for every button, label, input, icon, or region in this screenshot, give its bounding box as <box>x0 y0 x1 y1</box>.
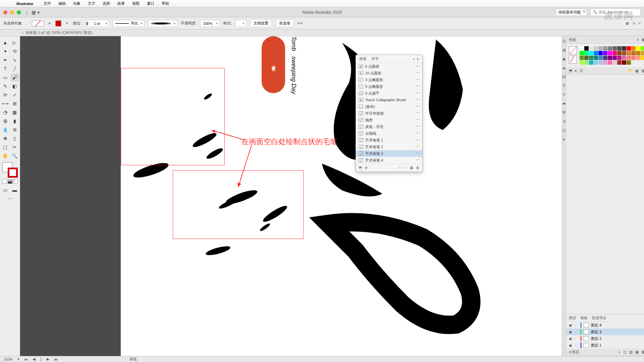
swatch[interactable] <box>598 46 603 51</box>
opacity-combo[interactable]: 100% <box>200 20 220 27</box>
expand-icon[interactable]: › <box>575 323 578 327</box>
screen-mode-normal[interactable]: ▭ <box>1 186 10 194</box>
curvature-tool[interactable]: ∿ <box>10 56 19 64</box>
menu-window[interactable]: 窗口 <box>144 0 157 7</box>
swatch[interactable] <box>627 56 631 60</box>
libraries-icon[interactable]: ▤ <box>562 48 566 52</box>
visibility-icon[interactable]: ◉ <box>568 343 573 348</box>
swatch[interactable] <box>636 56 640 60</box>
artboards-tab[interactable]: 画板 <box>580 315 588 320</box>
swatch[interactable] <box>580 46 584 51</box>
zoom-tool[interactable]: 🔍 <box>10 152 19 160</box>
none-swatch[interactable]: ╱ <box>569 56 577 64</box>
new-layer-icon[interactable]: ▦ <box>635 350 639 354</box>
swatch[interactable] <box>612 60 617 65</box>
brush-item[interactable]: ○5 点椭圆形〰 <box>356 83 422 90</box>
remove-stroke-icon[interactable]: ✕ <box>398 166 401 170</box>
list-view-icon[interactable]: ≡ <box>637 38 639 42</box>
minimize-window-icon[interactable] <box>10 10 14 14</box>
asset-export-tab[interactable]: 资源导出 <box>592 315 606 320</box>
artboard-tool[interactable]: ▢ <box>1 143 10 151</box>
swatch[interactable] <box>584 46 589 51</box>
current-swatch[interactable] <box>569 46 577 54</box>
brush-item[interactable]: ○3 点椭圆形〰 <box>356 76 422 83</box>
panel-menu-icon[interactable]: ≡ <box>417 57 419 61</box>
options-icon[interactable]: ▭ <box>404 166 407 170</box>
swatch[interactable] <box>603 56 607 60</box>
brush-def-combo[interactable] <box>148 20 177 27</box>
symbol-sprayer-tool[interactable]: ❋ <box>1 134 10 142</box>
scale-tool[interactable]: ⤢ <box>10 91 19 99</box>
perspective-tool[interactable]: ▦ <box>10 108 19 116</box>
stroke-weight-input[interactable] <box>90 21 104 25</box>
edit-toolbar-icon[interactable]: ⋯ <box>6 195 14 203</box>
menu-view[interactable]: 视图 <box>129 0 143 7</box>
paragraph-icon[interactable]: ¶ <box>563 83 565 87</box>
direct-selection-tool[interactable]: ▷ <box>10 39 19 47</box>
nav-last-icon[interactable]: ⏭ <box>54 357 58 361</box>
brushes-panel[interactable]: 画笔 符号 »≡ ●5 点圆形〰●15 点圆形〰○3 点椭圆形〰○5 点椭圆形〰… <box>356 55 423 172</box>
actions-icon[interactable]: ▸ <box>563 137 565 141</box>
layer-row[interactable]: ◉›图层 3○ <box>566 328 644 335</box>
swatch[interactable] <box>598 51 603 55</box>
pen-tool[interactable]: ✒ <box>1 56 10 64</box>
fullscreen-window-icon[interactable] <box>17 10 21 14</box>
swatch[interactable] <box>612 51 617 55</box>
swatch[interactable] <box>612 46 617 51</box>
brushes-tab[interactable]: 画笔 <box>359 56 367 61</box>
swatch[interactable] <box>641 56 644 60</box>
close-tab-icon[interactable]: × <box>21 31 23 35</box>
swatch[interactable] <box>622 51 626 55</box>
visibility-icon[interactable]: ◉ <box>568 337 573 341</box>
nav-next-icon[interactable]: ▶ <box>47 357 49 361</box>
layer-name[interactable]: 图层 1 <box>591 343 601 348</box>
swatch[interactable] <box>627 51 631 55</box>
color-icon[interactable]: ◉ <box>562 57 566 61</box>
color-guide-icon[interactable]: ♣ <box>563 66 565 70</box>
width-tool[interactable]: ⟷ <box>1 100 10 108</box>
swatch[interactable] <box>617 51 622 55</box>
symbols-tab[interactable]: 符号 <box>371 56 379 61</box>
character-icon[interactable]: A| <box>562 75 566 79</box>
brush-item[interactable]: ╱艺术画笔 1〰 <box>356 137 422 143</box>
swatch[interactable] <box>580 51 584 55</box>
artboard-number[interactable]: 1 <box>40 357 42 361</box>
transform-panel-icon[interactable]: ⇲ <box>562 119 566 123</box>
menu-help[interactable]: 帮助 <box>159 0 172 7</box>
swatch[interactable] <box>598 60 603 65</box>
swatch[interactable] <box>594 46 598 51</box>
swatch[interactable] <box>598 56 603 60</box>
swatch[interactable] <box>608 56 612 60</box>
swatch[interactable] <box>580 60 584 65</box>
line-tool[interactable]: ╱ <box>10 65 19 73</box>
swatch-grid[interactable] <box>580 46 644 65</box>
brush-item[interactable]: ╱牛仔布接缝〰 <box>356 110 422 117</box>
close-window-icon[interactable] <box>3 10 7 14</box>
visibility-icon[interactable]: ◉ <box>568 323 573 327</box>
apple-logo-icon[interactable] <box>4 3 10 4</box>
brush-item[interactable]: —[基本]〰 <box>356 103 422 110</box>
grid-view-icon[interactable]: ▦ <box>642 38 644 42</box>
properties-icon[interactable]: ⊡ <box>562 39 566 43</box>
stroke-panel-icon[interactable]: ≡ <box>563 92 565 96</box>
paintbrush-tool[interactable]: 🖌 <box>10 73 19 81</box>
swatch[interactable] <box>641 46 644 51</box>
swatch[interactable] <box>612 56 617 60</box>
swatch[interactable] <box>594 60 598 65</box>
eraser-tool[interactable]: ◧ <box>10 82 19 90</box>
graph-tool[interactable]: ▯ <box>10 134 19 142</box>
profile-combo[interactable]: 等比 <box>112 20 145 27</box>
brush-item[interactable]: ╱艺术画笔 4〰 <box>356 157 422 164</box>
eyedropper-tool[interactable]: 💧 <box>1 126 10 134</box>
layer-name[interactable]: 图层 3 <box>591 329 601 335</box>
type-tool[interactable]: T <box>1 65 10 73</box>
brush-item[interactable]: ●Touch Calligraphic Brush〰 <box>356 97 422 103</box>
brush-item[interactable]: ╱艺术画笔 2〰 <box>356 143 422 150</box>
swatch[interactable] <box>622 46 626 51</box>
swatch[interactable] <box>636 51 640 55</box>
document-tab[interactable]: 未标题-1.ai* @ 150% (CMYK/GPU 预览) <box>25 30 92 35</box>
layer-row[interactable]: ◉›图层 2○ <box>566 335 644 342</box>
pathfinder-icon[interactable]: ◫ <box>562 128 566 132</box>
expand-icon[interactable]: › <box>575 337 578 340</box>
free-transform-tool[interactable]: ⊞ <box>10 100 19 108</box>
